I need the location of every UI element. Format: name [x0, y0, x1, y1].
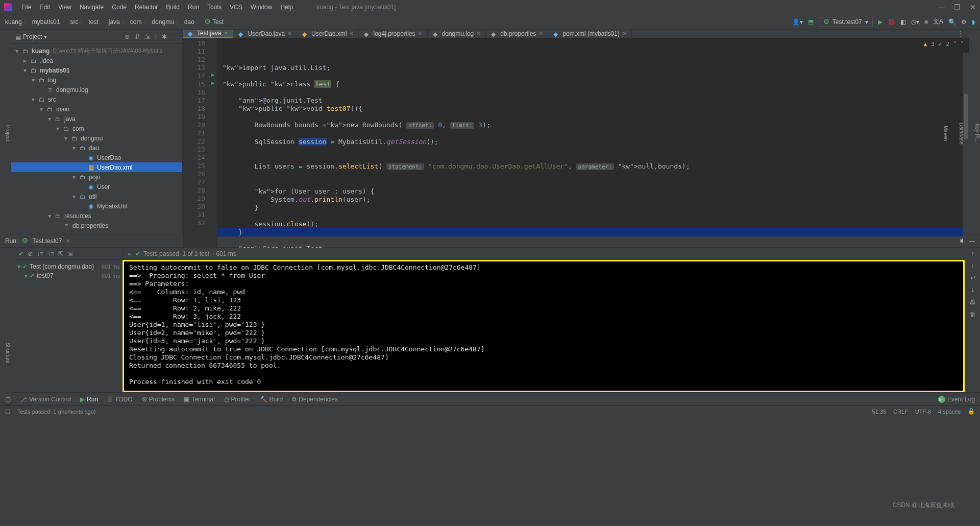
problems-button[interactable]: ⊗Problems: [142, 396, 175, 403]
close-tab-icon[interactable]: ×: [350, 30, 353, 37]
gear-icon[interactable]: ⚙: [961, 18, 967, 26]
chevron-up-icon[interactable]: ˄: [953, 40, 957, 49]
breadcrumb-item[interactable]: test: [88, 18, 98, 26]
down-icon[interactable]: ↓: [971, 262, 974, 269]
expand-icon[interactable]: ⇲: [145, 33, 150, 40]
tree-node[interactable]: ▾🗀kuangD:\word文档\电子版练习册\JAVA\03-Mybatis: [11, 46, 182, 56]
show-ignored-icon[interactable]: ⊘: [28, 250, 33, 257]
breadcrumb-item[interactable]: ⭗ Test: [205, 18, 224, 26]
dependencies-button[interactable]: ⧉Dependencies: [292, 396, 338, 403]
tree-node[interactable]: ≡dongmu.log: [11, 85, 182, 94]
up-icon[interactable]: ↑: [971, 250, 974, 257]
run-config-selector[interactable]: ⭗ Test.test07 ▾: [819, 17, 873, 27]
chevron-right-icon[interactable]: »: [128, 250, 131, 257]
run-icon[interactable]: ▶: [878, 18, 883, 26]
locate-icon[interactable]: ⊕: [125, 33, 130, 40]
tabs-more-icon[interactable]: ⋮: [952, 30, 969, 37]
chevron-down-icon[interactable]: ▾: [44, 33, 47, 40]
key-promoter-tool-button[interactable]: Key Pr...: [974, 124, 980, 143]
translate-icon[interactable]: 文A: [933, 17, 943, 26]
test-tree-row[interactable]: ▾✔Test (com.dongmu.dao)601 ms: [17, 262, 120, 271]
print-icon[interactable]: 🖶: [970, 299, 976, 306]
version-control-button[interactable]: ⎇Version Control: [20, 396, 71, 403]
expand-all-icon[interactable]: ⇱: [58, 250, 63, 257]
tree-node[interactable]: ▸🗀.idea: [11, 56, 182, 65]
code-content[interactable]: ▲3 ✔2 ˄ ˅ "kw">import java.util.List; "k…: [217, 38, 969, 254]
tree-node[interactable]: ▾🗀com: [11, 124, 182, 133]
event-log-button[interactable]: 9+Event Log: [938, 396, 975, 403]
tree-node[interactable]: ▾🗀dao: [11, 143, 182, 153]
coverage-icon[interactable]: ◧: [900, 18, 906, 26]
chevron-down-icon[interactable]: ˅: [961, 40, 964, 49]
close-tab-icon[interactable]: ×: [539, 30, 543, 37]
tree-node[interactable]: ▾🗀util: [11, 192, 182, 201]
menu-window[interactable]: Window: [248, 2, 276, 13]
code-with-me-icon[interactable]: ◗: [972, 18, 975, 26]
todo-button[interactable]: ☰TODO: [107, 396, 132, 403]
tree-node[interactable]: ▾🗀log: [11, 75, 182, 85]
tree-node[interactable]: ◉MybatisUtil: [11, 201, 182, 211]
breadcrumb-item[interactable]: kuang: [5, 18, 22, 26]
menu-tools[interactable]: Tools: [204, 2, 225, 13]
structure-tool-button[interactable]: Structure: [5, 343, 11, 364]
caret-position[interactable]: 51:35: [872, 409, 887, 415]
breadcrumb-item[interactable]: src: [70, 18, 78, 26]
project-tool-button[interactable]: Project: [5, 125, 11, 141]
menu-refactor[interactable]: Refactor: [132, 2, 161, 13]
breadcrumb-item[interactable]: java: [109, 18, 120, 26]
tree-node[interactable]: ▾🗀main: [11, 104, 182, 114]
profiler-button[interactable]: ◷Profiler: [224, 396, 251, 403]
run-button[interactable]: ▶Run: [80, 396, 98, 403]
menu-edit[interactable]: Edit: [36, 2, 53, 13]
breadcrumb-item[interactable]: mybatis01: [32, 18, 60, 26]
inspection-widget[interactable]: ▲3 ✔2 ˄ ˅: [924, 40, 964, 49]
editor-tab[interactable]: ◆Test.java×: [183, 30, 233, 38]
hide-icon[interactable]: —: [172, 33, 178, 40]
close-tab-icon[interactable]: ×: [224, 30, 228, 37]
build-button[interactable]: 🔨Build: [260, 396, 283, 403]
tree-node[interactable]: ▾🗀java: [11, 114, 182, 124]
breadcrumb-item[interactable]: com: [130, 18, 142, 26]
scroll-end-icon[interactable]: ⤓: [970, 286, 975, 294]
tree-node[interactable]: ▾🗀pojo: [11, 172, 182, 182]
menu-build[interactable]: Build: [163, 2, 183, 13]
profile-icon[interactable]: ◷▾: [911, 18, 919, 26]
settings-icon[interactable]: ✱: [162, 33, 167, 40]
search-icon[interactable]: 🔍: [948, 18, 956, 26]
sort-down-icon[interactable]: ↓≡: [37, 250, 43, 257]
project-tree[interactable]: ▾🗀kuangD:\word文档\电子版练习册\JAVA\03-Mybatis▸…: [11, 44, 182, 232]
editor-tab[interactable]: ◆log4j.properties×: [359, 30, 427, 38]
close-tab-icon[interactable]: ×: [477, 30, 480, 37]
debug-icon[interactable]: 🐞: [888, 18, 895, 26]
indent-setting[interactable]: 4 spaces: [938, 409, 961, 415]
editor-tab[interactable]: ◆db.properties×: [486, 30, 548, 38]
tree-node[interactable]: ≡db.properties: [11, 221, 182, 230]
terminal-button[interactable]: ▣Terminal: [184, 396, 214, 403]
show-passed-icon[interactable]: ✔: [18, 250, 23, 257]
close-tab-icon[interactable]: ×: [288, 30, 291, 37]
menu-navigate[interactable]: Navigate: [77, 2, 107, 13]
hide-icon[interactable]: —: [969, 237, 975, 245]
console-output[interactable]: Setting autocommit to false on JDBC Conn…: [122, 260, 965, 392]
collapse-all-icon[interactable]: ⇲: [67, 250, 72, 257]
stop-icon[interactable]: ■: [924, 18, 928, 26]
minimize-icon[interactable]: —: [938, 3, 945, 11]
tree-node[interactable]: ◉UserDao: [11, 153, 182, 162]
status-indicator-icon[interactable]: ▢: [5, 408, 10, 415]
soft-wrap-icon[interactable]: ↩: [970, 274, 975, 281]
menu-vcs[interactable]: VCS: [227, 2, 246, 13]
line-separator[interactable]: CRLF: [893, 409, 908, 415]
test-tree-row[interactable]: ▾✔test07601 ms: [17, 271, 120, 280]
menu-run[interactable]: Run: [185, 2, 202, 13]
file-encoding[interactable]: UTF-8: [915, 409, 931, 415]
tool-window-quick-icon[interactable]: ▢: [5, 396, 11, 403]
editor-tab[interactable]: ◆UserDao.java×: [233, 30, 297, 38]
editor-tab[interactable]: ◆pom.xml (mybatis01)×: [548, 30, 631, 38]
maximize-icon[interactable]: ❐: [954, 3, 961, 11]
tree-node[interactable]: ◉User: [11, 182, 182, 192]
readonly-lock-icon[interactable]: 🔓: [968, 408, 975, 415]
editor-scrollbar[interactable]: [963, 53, 969, 254]
sort-up-icon[interactable]: ↑≡: [47, 250, 54, 257]
menu-view[interactable]: View: [55, 2, 75, 13]
tree-node[interactable]: ▾🗀dongmu: [11, 133, 182, 143]
